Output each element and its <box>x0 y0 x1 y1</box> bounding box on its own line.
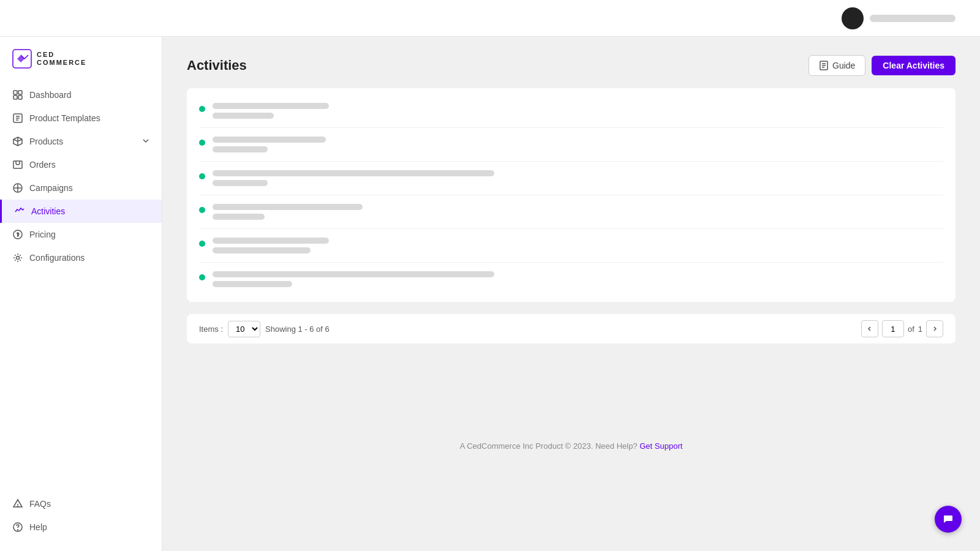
activity-item <box>199 162 943 195</box>
activity-line-2 <box>213 113 274 119</box>
activity-item <box>199 195 943 229</box>
pagination-row: Items : 10 20 50 Showing 1 - 6 of 6 of 1 <box>187 314 956 343</box>
sidebar-item-orders[interactable]: Orders <box>0 153 162 176</box>
sidebar-item-pricing[interactable]: Pricing <box>0 223 162 246</box>
main-layout: CED COMMERCE Dashboard <box>0 37 980 551</box>
activity-content <box>213 271 943 287</box>
sidebar-item-label: Products <box>29 137 63 146</box>
dashboard-icon <box>12 89 23 100</box>
activities-icon <box>14 206 25 217</box>
sidebar-item-campaigns[interactable]: Campaigns <box>0 176 162 200</box>
activity-content <box>213 103 943 119</box>
username-placeholder <box>870 15 956 22</box>
sidebar-item-dashboard[interactable]: Dashboard <box>0 83 162 107</box>
pagination-controls: of 1 <box>861 320 943 337</box>
activity-content <box>213 170 943 186</box>
products-icon <box>12 136 23 147</box>
sidebar-item-label: Dashboard <box>29 90 72 100</box>
sidebar-item-help[interactable]: Help <box>0 515 162 539</box>
activity-item <box>199 229 943 263</box>
logo-icon <box>12 49 32 69</box>
activity-line-1 <box>213 271 494 277</box>
activity-dot <box>199 140 205 146</box>
product-templates-icon <box>12 113 23 124</box>
support-link[interactable]: Get Support <box>639 441 682 451</box>
prev-page-button[interactable] <box>861 320 878 337</box>
sidebar-item-label: Help <box>29 522 47 532</box>
faqs-icon <box>12 498 23 509</box>
activity-dot <box>199 274 205 280</box>
avatar <box>842 7 864 29</box>
svg-rect-2 <box>18 91 22 94</box>
svg-rect-4 <box>18 96 22 99</box>
sidebar-nav: Dashboard Product Templates <box>0 83 162 539</box>
activity-line-2 <box>213 180 268 186</box>
activity-line-1 <box>213 238 329 244</box>
sidebar-item-label: Pricing <box>29 230 56 239</box>
activity-dot <box>199 241 205 247</box>
sidebar-item-faqs[interactable]: FAQs <box>0 492 162 515</box>
configurations-icon <box>12 252 23 263</box>
svg-point-17 <box>18 530 18 530</box>
footer: A CedCommerce Inc Product © 2023. Need H… <box>187 343 956 463</box>
activity-line-1 <box>213 204 363 210</box>
total-pages: 1 <box>918 324 922 334</box>
orders-icon <box>12 159 23 170</box>
topbar-user <box>842 7 956 29</box>
sidebar-item-product-templates[interactable]: Product Templates <box>0 107 162 130</box>
chat-button[interactable] <box>935 506 962 533</box>
next-page-button[interactable] <box>926 320 943 337</box>
activity-line-2 <box>213 247 311 253</box>
chat-icon <box>942 513 954 525</box>
activity-content <box>213 137 943 152</box>
svg-point-12 <box>17 257 20 260</box>
svg-rect-1 <box>13 91 17 94</box>
footer-text: A CedCommerce Inc Product © 2023. Need H… <box>460 441 638 451</box>
main-content: Activities Guide Clear Activities <box>162 37 980 551</box>
page-title: Activities <box>187 58 247 73</box>
activity-dot <box>199 106 205 112</box>
activity-line-1 <box>213 170 494 176</box>
pricing-icon <box>12 229 23 240</box>
sidebar: CED COMMERCE Dashboard <box>0 37 162 551</box>
sidebar-item-configurations[interactable]: Configurations <box>0 246 162 269</box>
sidebar-logo: CED COMMERCE <box>0 49 162 83</box>
sidebar-item-products[interactable]: Products <box>0 130 162 153</box>
sidebar-item-label: Orders <box>29 160 56 170</box>
page-of-label: of <box>908 324 914 334</box>
activity-item <box>199 94 943 128</box>
activities-list <box>187 88 956 302</box>
svg-point-15 <box>18 506 18 507</box>
guide-icon <box>819 61 829 70</box>
items-per-page: Items : 10 20 50 Showing 1 - 6 of 6 <box>199 321 330 337</box>
activity-item <box>199 263 943 296</box>
chevron-right-icon <box>932 326 938 332</box>
sidebar-item-label: FAQs <box>29 499 51 509</box>
chevron-left-icon <box>867 326 873 332</box>
items-label: Items : <box>199 324 223 334</box>
guide-button[interactable]: Guide <box>809 55 865 76</box>
page-header: Activities Guide Clear Activities <box>187 55 956 76</box>
page-number-input[interactable] <box>882 320 904 337</box>
help-icon <box>12 522 23 533</box>
sidebar-item-label: Configurations <box>29 253 85 263</box>
header-actions: Guide Clear Activities <box>809 55 956 76</box>
sidebar-item-activities[interactable]: Activities <box>0 200 162 223</box>
sidebar-item-label: Campaigns <box>29 183 73 193</box>
per-page-select[interactable]: 10 20 50 <box>228 321 260 337</box>
clear-activities-button[interactable]: Clear Activities <box>872 56 956 75</box>
activity-dot <box>199 207 205 213</box>
activity-line-2 <box>213 281 292 287</box>
logo-text: CED COMMERCE <box>37 51 86 67</box>
activity-item <box>199 128 943 162</box>
campaigns-icon <box>12 182 23 193</box>
activity-dot <box>199 173 205 179</box>
topbar <box>0 0 980 37</box>
activity-line-2 <box>213 214 265 220</box>
showing-text: Showing 1 - 6 of 6 <box>265 324 330 334</box>
activity-line-1 <box>213 103 329 109</box>
sidebar-item-label: Activities <box>31 206 65 216</box>
activity-line-2 <box>213 146 268 152</box>
svg-rect-3 <box>13 96 17 99</box>
activity-line-1 <box>213 137 326 143</box>
